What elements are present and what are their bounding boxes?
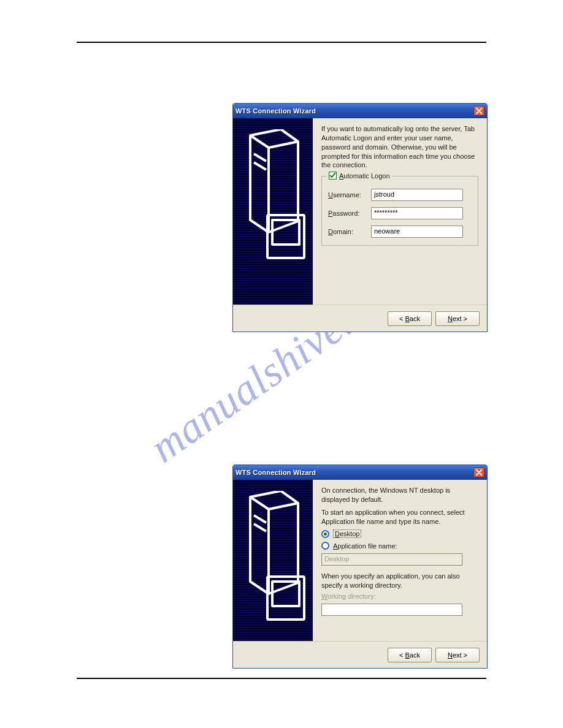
close-button[interactable] — [473, 106, 484, 116]
wizard-footer: < Back Next > — [233, 641, 487, 668]
window-title: WTS Connection Wizard — [236, 107, 473, 115]
computer-tower-icon — [238, 491, 308, 632]
desktop-radio-label: Desktop — [333, 529, 361, 538]
titlebar[interactable]: WTS Connection Wizard — [233, 104, 487, 118]
bottom-rule — [77, 678, 486, 679]
top-rule — [77, 42, 486, 43]
wts-wizard-dialog-autologon: WTS Connection Wizard — [232, 103, 488, 332]
intro-text: If you want to automatically log onto th… — [321, 124, 478, 170]
close-icon — [476, 108, 482, 114]
wizard-side-graphic — [233, 480, 313, 641]
next-button[interactable]: Next > — [435, 311, 480, 326]
wizard-side-graphic — [233, 118, 313, 305]
appfile-radio-label: Application file name: — [333, 542, 397, 550]
appfile-radio-row[interactable]: Application file name: — [321, 542, 478, 550]
appfile-field: Desktop — [321, 553, 462, 566]
desktop-radio-row[interactable]: Desktop — [321, 529, 478, 538]
svg-rect-1 — [272, 220, 299, 245]
automatic-logon-checkbox-row[interactable]: Automatic Logon — [327, 172, 392, 180]
automatic-logon-group: Automatic Logon Username: jstroud Passwo… — [321, 176, 478, 246]
svg-rect-3 — [272, 582, 299, 606]
computer-tower-icon — [238, 129, 308, 270]
back-button[interactable]: < Back — [388, 648, 432, 662]
back-button[interactable]: < Back — [388, 311, 432, 326]
intro-text-2: To start an application when you connect… — [321, 508, 478, 526]
specify-text: When you specify an application, you can… — [321, 572, 478, 590]
titlebar[interactable]: WTS Connection Wizard — [233, 465, 487, 480]
username-label: Username: — [328, 191, 371, 199]
radio-dot-icon — [324, 533, 327, 536]
workdir-field[interactable] — [321, 604, 462, 616]
close-button[interactable] — [473, 468, 484, 477]
automatic-logon-label: Automatic Logon — [339, 172, 390, 180]
password-field[interactable]: ********* — [371, 207, 463, 219]
workdir-label: Working directory: — [321, 593, 478, 600]
appfile-radio[interactable] — [321, 542, 329, 550]
username-field[interactable]: jstroud — [371, 189, 463, 201]
domain-field[interactable]: neoware — [371, 226, 463, 238]
automatic-logon-checkbox[interactable] — [329, 172, 337, 180]
intro-text-1: On connection, the Windows NT desktop is… — [321, 486, 478, 504]
wts-wizard-dialog-startup: WTS Connection Wizard — [232, 464, 488, 669]
checkmark-icon — [329, 172, 336, 179]
password-label: Password: — [328, 210, 371, 217]
close-icon — [476, 469, 482, 476]
next-button[interactable]: Next > — [435, 648, 480, 662]
desktop-radio[interactable] — [321, 530, 329, 538]
domain-label: Domain: — [328, 228, 371, 235]
window-title: WTS Connection Wizard — [236, 469, 473, 476]
wizard-footer: < Back Next > — [233, 305, 487, 332]
